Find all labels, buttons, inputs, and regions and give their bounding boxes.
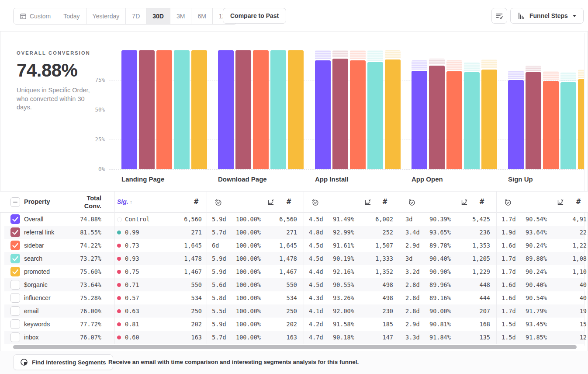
total-conv-value: 81.55%	[66, 226, 101, 239]
bar-search-app-install[interactable]	[367, 62, 383, 169]
row-checkbox-inbox[interactable]	[10, 332, 20, 342]
conv-rate-sign-up: 91.85%	[526, 331, 547, 344]
conv-rate-download-page: 100.00%	[236, 265, 261, 278]
row-checkbox-overall[interactable]	[10, 214, 20, 224]
bar-referral-link-sign-up[interactable]	[526, 72, 541, 169]
count-icon-download-page[interactable]: #	[287, 197, 291, 206]
avg-time-sign-up: 1.7d	[502, 265, 516, 278]
bar-sidebar-sign-up[interactable]	[543, 81, 559, 169]
avg-time-icon-app-open[interactable]	[408, 199, 415, 206]
bar-overall-landing-page[interactable]	[121, 50, 137, 169]
horizontal-scrollbar[interactable]	[13, 345, 577, 349]
bar-overall-app-install[interactable]	[315, 60, 331, 169]
compare-to-past-button[interactable]: Compare to Past	[223, 8, 286, 24]
conv-rate-icon-app-install[interactable]	[364, 199, 371, 206]
property-column-header[interactable]: Property	[24, 198, 50, 205]
count-icon-landing-page[interactable]: #	[194, 197, 198, 206]
sig-value: 0.75	[125, 265, 139, 278]
conv-rate-download-page: 100.00%	[236, 239, 261, 252]
avg-time-icon-app-install[interactable]	[311, 199, 319, 206]
conv-rate-download-page: 100.00%	[236, 252, 261, 265]
chart-type-dropdown[interactable]: Funnel Steps	[510, 8, 584, 24]
select-all-checkbox[interactable]	[10, 197, 20, 207]
bar-referral-link-landing-page[interactable]	[139, 50, 155, 169]
row-checkbox-promoted[interactable]	[10, 267, 20, 276]
property-label: search	[24, 252, 42, 265]
conv-rate-icon-app-open[interactable]	[460, 199, 468, 206]
range-6m[interactable]: 6M	[191, 8, 212, 24]
sig-value: 0.93	[125, 252, 139, 265]
count-icon-sign-up[interactable]: #	[576, 197, 581, 206]
edit-columns-button[interactable]	[491, 8, 507, 24]
bar-promoted-landing-page[interactable]	[191, 50, 207, 169]
avg-time-app-install: 4.2d	[309, 318, 323, 331]
conv-rate-sign-up: 90.24%	[526, 265, 547, 278]
row-checkbox-organic[interactable]	[10, 280, 20, 290]
range-30d[interactable]: 30D	[146, 8, 170, 24]
range-custom[interactable]: Custom	[14, 8, 57, 24]
bar-promoted-download-page[interactable]	[288, 50, 304, 169]
bar-sidebar-app-install[interactable]	[350, 60, 366, 169]
conv-rate-download-page: 100.00%	[236, 278, 261, 291]
row-checkbox-search[interactable]	[10, 254, 20, 263]
bar-overall-sign-up[interactable]	[508, 80, 524, 169]
row-checkbox-sidebar[interactable]	[10, 241, 20, 250]
funnel-bar-chart: 0%25%50%75%Landing PageDownload PageApp …	[0, 31, 585, 192]
avg-time-icon-download-page[interactable]	[214, 199, 222, 206]
conv-rate-icon-sign-up[interactable]	[557, 199, 564, 206]
count-icon-app-open[interactable]: #	[480, 197, 484, 206]
bar-search-landing-page[interactable]	[174, 50, 190, 169]
bar-sidebar-landing-page[interactable]	[156, 50, 172, 169]
bar-search-sign-up[interactable]	[560, 82, 576, 169]
row-checkbox-influencer[interactable]	[10, 293, 20, 303]
sig-value: 0.57	[125, 291, 139, 304]
avg-time-icon-sign-up[interactable]	[504, 199, 512, 206]
find-interesting-segments-button[interactable]: Find Interesting Segments	[13, 354, 113, 370]
bar-referral-link-app-open[interactable]	[429, 66, 445, 169]
compare-to-past-label: Compare to Past	[230, 12, 279, 19]
property-label: Overall	[24, 213, 43, 226]
bar-sidebar-app-open[interactable]	[446, 71, 462, 169]
y-tick-0: 0%	[86, 166, 105, 172]
row-checkbox-keywords[interactable]	[10, 319, 20, 329]
count-app-open: 1,229	[455, 265, 490, 278]
sig-dot-control	[117, 217, 122, 222]
conv-rate-icon-download-page[interactable]	[267, 199, 274, 206]
avg-time-app-install: 4.1d	[309, 304, 323, 318]
count-app-install: 230	[358, 304, 393, 318]
total-conv-column-header[interactable]: Total Conv.	[66, 194, 101, 210]
bar-referral-link-app-install[interactable]	[332, 59, 348, 169]
bar-sidebar-download-page[interactable]	[253, 50, 269, 169]
sig-dot-red	[117, 270, 121, 274]
range-3m[interactable]: 3M	[170, 8, 191, 24]
count-sign-up: 1,22	[552, 239, 587, 252]
avg-time-app-open: 3d	[405, 252, 412, 265]
row-checkbox-referral-link[interactable]	[10, 227, 20, 237]
bar-promoted-app-install[interactable]	[385, 59, 401, 169]
row-checkbox-email[interactable]	[10, 306, 20, 316]
avg-time-app-install: 4.4d	[309, 265, 323, 278]
range-today[interactable]: Today	[57, 8, 86, 24]
step-label-download-page: Download Page	[218, 175, 267, 183]
sig-value: 0.73	[125, 239, 139, 252]
bar-promoted-app-open[interactable]	[481, 70, 497, 169]
bar-search-app-open[interactable]	[464, 72, 480, 169]
sig-value: 0.99	[125, 226, 139, 239]
count-sign-up: 22	[552, 226, 587, 239]
step-label-landing-page: Landing Page	[121, 175, 164, 183]
bar-referral-link-download-page[interactable]	[235, 50, 251, 169]
range-7d[interactable]: 7D	[125, 8, 146, 24]
sig-column-header[interactable]: Sig.↑	[117, 198, 132, 205]
sort-ascending-icon: ↑	[130, 199, 132, 205]
range-yesterday[interactable]: Yesterday	[86, 8, 126, 24]
bar-overall-download-page[interactable]	[218, 50, 234, 169]
conv-rate-app-install: 91.58%	[333, 318, 354, 331]
property-label: influencer	[24, 291, 51, 304]
bar-overall-app-open[interactable]	[412, 71, 427, 169]
bar-promoted-sign-up[interactable]	[578, 79, 585, 169]
conv-rate-app-install: 92.16%	[333, 265, 354, 278]
count-landing-page: 1,467	[167, 265, 202, 278]
count-icon-app-install[interactable]: #	[383, 197, 387, 206]
bar-search-download-page[interactable]	[270, 50, 286, 169]
column-divider-4	[496, 191, 497, 344]
